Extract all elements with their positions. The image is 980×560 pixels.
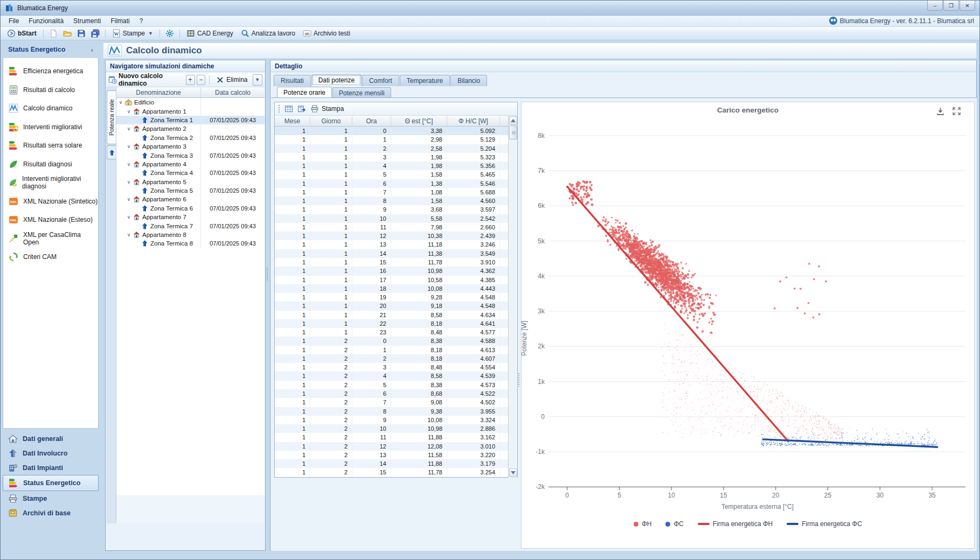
legend-item-φc[interactable]: ΦC (665, 520, 683, 528)
sidebar-item-risultati-diagnosi[interactable]: Risultati diagnosi (3, 155, 98, 174)
collapse-all-button[interactable]: − (197, 75, 206, 85)
menu-item-funzionalit[interactable]: Funzionalità (24, 16, 68, 26)
delete-button[interactable]: Elimina (213, 76, 251, 83)
export-icon[interactable] (297, 104, 306, 113)
open-file-button[interactable] (61, 28, 74, 39)
grid-row[interactable]: 11238,484.577 (275, 328, 517, 337)
grid-row[interactable]: 121311,583.220 (275, 451, 517, 459)
grid-row[interactable]: 1151,585.465 (275, 170, 517, 179)
grid-row[interactable]: 11218,584.634 (275, 311, 517, 319)
grid-row[interactable]: 1258,384.573 (275, 381, 517, 389)
tree-row-appartamento-3[interactable]: ∨Appartamento 3 (116, 142, 265, 151)
tree-collapse-chevron[interactable]: ∨ (126, 109, 132, 114)
menu-item-[interactable]: ? (135, 16, 148, 26)
tree-collapse-chevron[interactable]: ∨ (126, 126, 132, 131)
grid-col-2[interactable]: Ora (352, 116, 391, 126)
grid-row[interactable]: 1279,084.502 (275, 398, 517, 407)
tree-collapse-chevron[interactable]: ∨ (126, 232, 132, 237)
settings-button[interactable] (163, 28, 176, 39)
grid-row[interactable]: 1218,184.613 (275, 346, 517, 354)
grid-row[interactable]: 11228,184.641 (275, 319, 517, 328)
grid-row[interactable]: 121111,883.162 (275, 433, 517, 442)
tree-col-denominazione[interactable]: Denominazione (116, 87, 200, 97)
tree-row-appartamento-5[interactable]: ∨Appartamento 5 (116, 178, 265, 186)
tree-collapse-chevron[interactable]: ∨ (126, 162, 132, 167)
grid-row[interactable]: 1181,584.560 (275, 197, 517, 205)
menu-item-file[interactable]: File (4, 16, 24, 26)
grid-row[interactable]: 111810,084.443 (275, 284, 517, 293)
tree-row-zona-termica-4[interactable]: Zona Termica 407/01/2025 09:43 (116, 169, 265, 177)
grid-col-1[interactable]: Giorno (310, 116, 352, 126)
grid-row[interactable]: 11117,982.660 (275, 223, 517, 232)
grid-row[interactable]: 1103,385.092 (275, 127, 517, 135)
grid-row[interactable]: 1161,385.546 (275, 179, 517, 188)
tree-row-zona-termica-5[interactable]: Zona Termica 507/01/2025 09:43 (116, 186, 265, 195)
tab-dati-potenze[interactable]: Dati potenze (311, 74, 362, 86)
scroll-up-button[interactable] (509, 116, 517, 125)
tree-collapse-chevron[interactable]: ∨ (126, 179, 132, 185)
bstart-button[interactable]: bStart (4, 28, 40, 39)
grid-row[interactable]: 111311,183.246 (275, 240, 517, 249)
grid-col-0[interactable]: Mese (275, 116, 310, 126)
grid-row[interactable]: 1248,584.539 (275, 372, 517, 380)
scroll-thumb[interactable] (509, 125, 517, 139)
sidebar-nav-status-energetico[interactable]: Status Energetico (3, 475, 99, 491)
tab-bilancio[interactable]: Bilancio (450, 75, 487, 86)
potenza-reale-tab[interactable]: Potenza reale (107, 90, 116, 144)
tree-row-appartamento-1[interactable]: ∨Appartamento 1 (116, 107, 265, 115)
tree-row-appartamento-7[interactable]: ∨Appartamento 7 (116, 213, 265, 221)
grid-row[interactable]: 11209,184.548 (275, 302, 517, 310)
grid-col-4[interactable]: Φ H/C [W] (447, 116, 500, 126)
subtab-potenze-mensili[interactable]: Potenze mensili (332, 87, 391, 98)
grid-row[interactable]: 1193,683.597 (275, 205, 517, 214)
tree-col-data-calcolo[interactable]: Data calcolo (200, 87, 265, 97)
tree-collapse-chevron[interactable]: ∨ (126, 214, 132, 220)
grid-view-icon[interactable] (284, 104, 293, 113)
grid-row[interactable]: 111610,984.362 (275, 267, 517, 275)
potenza-reale-icon-tab[interactable] (107, 145, 116, 159)
tree-row-zona-termica-7[interactable]: Zona Termica 707/01/2025 09:43 (116, 221, 265, 230)
sidebar-item-interventi-migliorativi[interactable]: Interventi migliorativi (3, 118, 98, 137)
tree-row-zona-termica-8[interactable]: Zona Termica 807/01/2025 09:43 (116, 239, 265, 248)
grid-row[interactable]: 11199,284.548 (275, 293, 517, 302)
grid-row[interactable]: 111710,584.385 (275, 276, 517, 284)
sidebar-item-risultati-di-calcolo[interactable]: Risultati di calcolo (3, 81, 98, 100)
analizza-lavoro-button[interactable]: Analizza lavoro (238, 28, 298, 39)
expand-all-button[interactable]: + (186, 75, 195, 85)
grid-row[interactable]: 1131,985.323 (275, 153, 517, 162)
tree-row-zona-termica-2[interactable]: Zona Termica 207/01/2025 09:43 (116, 134, 265, 142)
new-calc-button[interactable]: Nuovo calcolo dinamico (119, 72, 180, 87)
grid-row[interactable]: 121212,083.010 (275, 442, 517, 451)
sidebar-nav-stampe[interactable]: Stampe (3, 491, 99, 506)
sidebar-item-criteri-cam[interactable]: Criteri CAM (3, 248, 98, 267)
stampe-button[interactable]: WStampe▼ (109, 28, 156, 39)
sidebar-nav-dati-impianti[interactable]: Dati Impianti (3, 460, 99, 475)
menu-item-filmati[interactable]: Filmati (106, 16, 134, 26)
tree-row-zona-termica-6[interactable]: Zona Termica 607/01/2025 09:43 (116, 204, 265, 213)
grid-row[interactable]: 1268,684.522 (275, 389, 517, 398)
grid-row[interactable]: 111210,382.439 (275, 232, 517, 240)
panel-splitter[interactable] (266, 60, 269, 551)
legend-item-firma-energetica-φc[interactable]: Firma energetica ΦC (787, 520, 862, 528)
scroll-down-button[interactable] (509, 468, 517, 477)
menu-item-strumenti[interactable]: Strumenti (68, 16, 106, 26)
sidebar-nav-dati-generali[interactable]: Dati generali (3, 431, 99, 446)
sidebar-item-xml-nazionale-esteso-[interactable]: XMLXML Nazionale (Esteso) (3, 211, 98, 229)
sidebar-item-interventi-migliorativi-diagnosi[interactable]: Interventi migliorativi diagnosi (3, 173, 98, 192)
grid-row[interactable]: 121511,783.254 (275, 468, 517, 477)
tab-temperature[interactable]: Temperature (400, 75, 450, 86)
print-button[interactable]: Stampa (310, 104, 344, 113)
sidebar-item-risultati-serra-solare[interactable]: Risultati serra solare (3, 136, 98, 155)
tab-risultati[interactable]: Risultati (274, 75, 311, 86)
grid-row[interactable]: 1171,085.688 (275, 188, 517, 197)
grid-row[interactable]: 111411,383.549 (275, 249, 517, 258)
tree-row-appartamento-8[interactable]: ∨Appartamento 8 (116, 230, 265, 239)
grid-row[interactable]: 1112,985.129 (275, 135, 517, 144)
grid-row[interactable]: 121010,982.886 (275, 424, 517, 433)
tab-comfort[interactable]: Comfort (362, 75, 399, 86)
tree-row-appartamento-4[interactable]: ∨Appartamento 4 (116, 160, 265, 169)
tree-row-appartamento-2[interactable]: ∨Appartamento 2 (116, 124, 265, 133)
grid-row[interactable]: 111511,783.910 (275, 258, 517, 267)
maximize-button[interactable]: ❒ (943, 1, 959, 11)
grid-row[interactable]: 1122,585.204 (275, 144, 517, 153)
